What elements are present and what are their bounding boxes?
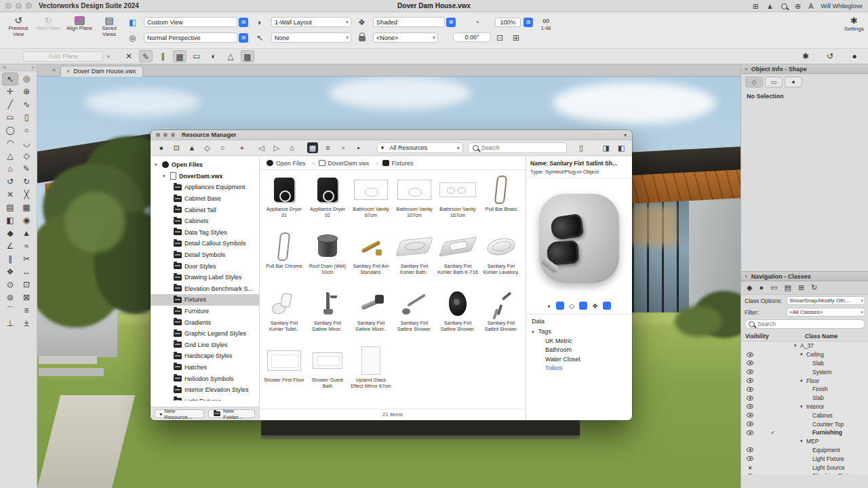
- plane-icon[interactable]: ↖: [256, 33, 263, 43]
- palette-close-icon[interactable]: ✕: [3, 64, 7, 70]
- breadcrumb-item[interactable]: Open Files: [267, 160, 319, 167]
- tool-mode-icon[interactable]: ✎: [139, 50, 153, 62]
- preferences-icon[interactable]: ✱: [799, 50, 812, 62]
- resource-item[interactable]: Sanitary Fixt Kohler Toilet..: [262, 287, 306, 344]
- tree-root-open-files[interactable]: ▾ Open Files: [151, 159, 259, 171]
- tool-mode-icon[interactable]: ∥: [156, 50, 170, 62]
- tool-icon[interactable]: ◠: [2, 137, 18, 150]
- resource-item[interactable]: Sanitary Fixt Kohler Bath..: [393, 230, 436, 287]
- active-class-select[interactable]: <None>: [373, 33, 438, 43]
- resource-item[interactable]: Upland Glass Effect Mirror 67cm: [349, 344, 393, 401]
- layout-icon[interactable]: ◑: [256, 18, 261, 27]
- apps-icon[interactable]: ⊞: [753, 3, 759, 10]
- resource-folder-item[interactable]: Cabinet Tall: [151, 204, 259, 216]
- resource-folder-item[interactable]: Detail Callout Symbols: [151, 238, 259, 249]
- tool-icon[interactable]: ▦: [18, 201, 35, 214]
- tool-icon[interactable]: ∠: [2, 240, 18, 253]
- window-controls[interactable]: [5, 3, 32, 9]
- zoom-field[interactable]: 100%: [495, 18, 521, 27]
- libraries-icon[interactable]: ◇: [202, 142, 213, 153]
- tool-icon[interactable]: ╱: [2, 98, 18, 111]
- layout-select[interactable]: 1-Wall Layout: [271, 17, 351, 27]
- resource-filter-select[interactable]: All Resources: [377, 142, 463, 153]
- document-tab[interactable]: ×Dover Dam House.vwx: [60, 66, 143, 77]
- resource-manager-titlebar[interactable]: Resource Manager ▾: [151, 130, 632, 140]
- visibility-toggle[interactable]: [745, 447, 755, 452]
- tab-close-icon[interactable]: ×: [66, 68, 70, 75]
- auto-plane-caret-icon[interactable]: ▾: [107, 54, 110, 60]
- resource-folder-item[interactable]: Hardscape Styles: [151, 350, 259, 362]
- resource-item[interactable]: Sanitary Fixt Satline Mixer..: [349, 287, 393, 344]
- render-mode-icon[interactable]: ❖: [358, 18, 366, 27]
- tool-icon[interactable]: ◎: [18, 73, 35, 85]
- list-view-button[interactable]: ≡: [323, 142, 334, 153]
- tool-icon[interactable]: ✂: [18, 253, 35, 266]
- rotate-plan-icon[interactable]: ◔: [475, 18, 479, 27]
- tool-mode-icon[interactable]: ▭: [190, 50, 203, 62]
- rotation-field[interactable]: 0.00°: [453, 33, 491, 42]
- resource-item[interactable]: Bathroom Vanity 107cm: [393, 173, 436, 230]
- tool-icon[interactable]: ⊥: [2, 317, 18, 330]
- navigation-toolbar-icon[interactable]: ▤: [785, 283, 791, 292]
- quality-preview-icon[interactable]: ❖: [592, 302, 598, 310]
- tool-icon[interactable]: ±: [18, 317, 35, 330]
- visibility-toggle[interactable]: [745, 413, 755, 418]
- visibility-toggle[interactable]: [745, 464, 755, 471]
- class-row[interactable]: Interior: [741, 403, 868, 411]
- disclosure-triangle[interactable]: ▾: [163, 174, 167, 179]
- resource-item[interactable]: Pull Bar Chrome: [262, 230, 306, 287]
- tool-icon[interactable]: ⌂: [2, 163, 18, 176]
- tool-icon[interactable]: ⊠: [18, 291, 35, 304]
- resource-folder-item[interactable]: Heliodon Symbols: [151, 373, 259, 384]
- navigation-toolbar-icon[interactable]: ▭: [770, 283, 777, 292]
- class-row[interactable]: Equipment: [741, 446, 868, 455]
- class-options-select[interactable]: Show/Snap/Modify Oth...: [787, 296, 865, 305]
- plane-select[interactable]: None: [271, 33, 351, 43]
- class-name-column-header[interactable]: Class Name: [805, 333, 837, 340]
- navigation-toolbar-icon[interactable]: ◆: [747, 283, 752, 292]
- resource-folder-item[interactable]: Appliances Equipment: [151, 182, 259, 193]
- class-row[interactable]: System: [741, 367, 868, 376]
- rm-zoom-button[interactable]: [171, 133, 175, 137]
- resource-item[interactable]: Bathroom Vanity 67cm: [349, 173, 393, 230]
- resource-manager-window[interactable]: Resource Manager ▾ ● ⊡ ▲ ◇ ○ + ◁ ▷ ⌂ ▦ ≡…: [151, 130, 632, 420]
- resource-folder-item[interactable]: Cabinet Base: [151, 193, 259, 205]
- resource-folder-item[interactable]: Data Tag Styles: [151, 227, 259, 239]
- resource-folder-item[interactable]: Hatches: [151, 362, 259, 373]
- tool-mode-icon[interactable]: ▦: [173, 50, 186, 62]
- tool-mode-icon[interactable]: △: [224, 50, 237, 62]
- tool-icon[interactable]: ◆: [2, 227, 18, 240]
- tool-icon[interactable]: ○: [18, 124, 35, 137]
- class-row[interactable]: Floor: [741, 376, 868, 385]
- undo-view-icon[interactable]: ↺: [823, 50, 837, 62]
- visibility-column-header[interactable]: Visibility: [745, 333, 805, 340]
- tool-icon[interactable]: ✎: [18, 163, 35, 176]
- class-row[interactable]: Slab: [741, 359, 868, 368]
- tool-icon[interactable]: ◉: [18, 214, 35, 227]
- zoom-window-button[interactable]: [26, 3, 32, 9]
- resource-item[interactable]: Sanitary Fixt Satline Shower.: [436, 287, 479, 344]
- class-row[interactable]: Furnishing: [741, 428, 868, 437]
- resource-folder-item[interactable]: Graphic Legend Styles: [151, 328, 259, 340]
- class-search-input[interactable]: [757, 321, 846, 327]
- visibility-toggle[interactable]: [745, 474, 755, 474]
- option-blue-button[interactable]: [556, 302, 564, 310]
- tool-mode-icon[interactable]: ✕: [122, 50, 136, 62]
- tool-icon[interactable]: ◡: [18, 137, 35, 150]
- breadcrumb-item[interactable]: DoverDam.vwx: [319, 160, 382, 167]
- minimize-window-button[interactable]: [16, 3, 22, 9]
- visibility-toggle[interactable]: [745, 378, 755, 383]
- option-blue-button[interactable]: [579, 302, 587, 310]
- resource-folder-item[interactable]: Interior Elevation Styles: [151, 384, 259, 396]
- dock-window-icon[interactable]: ●: [156, 142, 167, 153]
- class-row[interactable]: Plumbing Fixture: [741, 472, 868, 474]
- tool-icon[interactable]: ⌒: [2, 304, 18, 317]
- tool-icon[interactable]: ◧: [2, 214, 18, 227]
- rm-close-button[interactable]: [156, 133, 160, 137]
- view-menu-icon[interactable]: ◧: [129, 18, 136, 27]
- resource-folder-item[interactable]: Gradients: [151, 317, 259, 328]
- class-row[interactable]: Ceiling: [741, 350, 868, 359]
- tool-icon[interactable]: ≈: [18, 240, 35, 253]
- search-icon[interactable]: [781, 3, 787, 9]
- resource-search-input[interactable]: [481, 144, 556, 151]
